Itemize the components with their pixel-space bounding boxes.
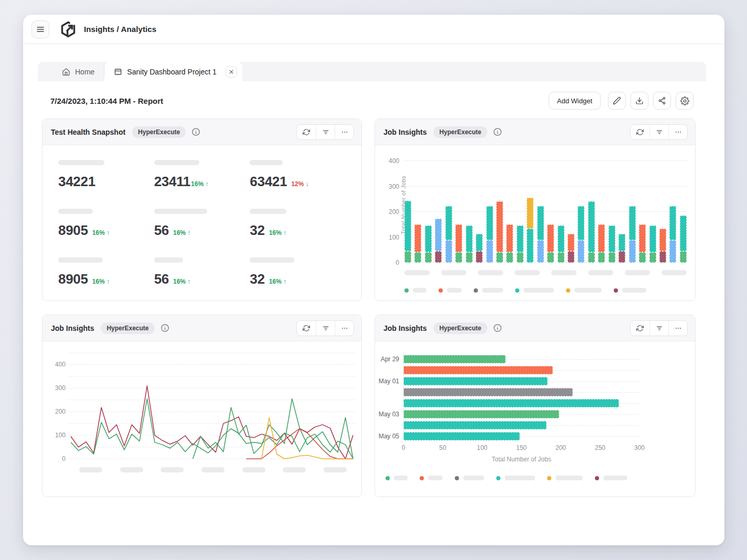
- more-options-button[interactable]: [668, 321, 687, 336]
- filter-button[interactable]: [649, 125, 668, 139]
- refresh-button[interactable]: [631, 125, 649, 139]
- bar-segment: [496, 252, 503, 263]
- x-skeleton-pill: [161, 467, 184, 472]
- info-icon[interactable]: [191, 127, 200, 136]
- bar-column: [435, 219, 442, 263]
- bar-segment: [588, 201, 595, 252]
- filter-button[interactable]: [649, 321, 668, 336]
- x-tick-label: 0: [402, 444, 405, 451]
- tab-sanity-dashboard[interactable]: Sanity Dashboard Project 1: [104, 62, 242, 81]
- gridline: [404, 186, 687, 187]
- ellipsis-icon: [675, 128, 682, 136]
- legend-item[interactable]: [614, 288, 646, 293]
- legend-item[interactable]: [455, 476, 484, 480]
- bar-segment: [639, 252, 646, 263]
- stat-delta: 12% ↓: [291, 180, 308, 188]
- bar-segment: [455, 224, 462, 252]
- refresh-button[interactable]: [297, 125, 316, 139]
- stat-label-skeleton: [58, 160, 104, 165]
- legend-item[interactable]: [439, 288, 462, 293]
- x-tick-label: 300: [634, 444, 645, 451]
- y-tick-label: 200: [49, 408, 66, 415]
- edit-button[interactable]: [608, 92, 626, 110]
- tab-home[interactable]: Home: [52, 62, 104, 81]
- bar-segment: [425, 252, 432, 263]
- hbar-plot: Apr 29May 01May 03May 050501001502002503…: [375, 341, 695, 497]
- info-icon[interactable]: [161, 324, 169, 332]
- bar-segment: [414, 224, 421, 252]
- x-skeleton-pill: [283, 467, 306, 472]
- stat-row: 6342112% ↓: [250, 174, 346, 190]
- stat-value: 32: [250, 222, 264, 239]
- bar-segment: [649, 252, 656, 263]
- more-options-button[interactable]: [335, 321, 354, 336]
- bar-column: [649, 225, 656, 263]
- y-tick-label: 400: [49, 361, 66, 368]
- card-job-insights-line: Job Insights HyperExecute 0100200300400: [42, 315, 362, 497]
- more-options-button[interactable]: [335, 125, 354, 139]
- legend-item[interactable]: [595, 476, 627, 480]
- info-icon[interactable]: [493, 324, 502, 332]
- bar-segment: [618, 251, 625, 263]
- tab-close-button[interactable]: [226, 66, 237, 78]
- stat-row: 34221: [58, 174, 154, 190]
- hbar-bar: [403, 355, 506, 363]
- hamburger-menu-button[interactable]: [31, 20, 49, 38]
- line-chart-svg: [69, 351, 355, 461]
- bar-segment: [466, 252, 473, 263]
- legend-dot: [595, 476, 599, 480]
- download-button[interactable]: [631, 92, 648, 110]
- bar-segment: [558, 225, 564, 252]
- x-tick-label: 150: [516, 444, 527, 451]
- bar-column: [639, 224, 646, 263]
- stat-cell: 3216% ↑: [250, 204, 346, 253]
- share-button[interactable]: [653, 92, 671, 110]
- more-options-button[interactable]: [668, 125, 687, 139]
- stat-label-skeleton: [250, 160, 283, 165]
- hyperexecute-badge: HyperExecute: [132, 126, 186, 138]
- stat-delta: 16% ↑: [173, 229, 190, 236]
- bar-column: [558, 225, 564, 263]
- legend-dot: [515, 288, 519, 293]
- stat-value: 8905: [58, 271, 88, 287]
- filter-button[interactable]: [316, 321, 335, 336]
- filter-button[interactable]: [316, 125, 335, 139]
- bar-column: [568, 234, 574, 263]
- legend-item[interactable]: [496, 476, 535, 480]
- hyperexecute-badge: HyperExecute: [433, 322, 487, 334]
- stat-delta: 16% ↑: [269, 278, 286, 285]
- x-skeleton-pill: [478, 270, 503, 275]
- bar-segment: [578, 240, 584, 263]
- legend-item[interactable]: [386, 476, 408, 480]
- card-actions: [296, 320, 354, 336]
- stat-cell: 2341116% ↑: [154, 156, 250, 204]
- x-skeleton-pill: [242, 467, 265, 472]
- gear-icon: [680, 96, 689, 105]
- x-skeleton-pill: [625, 270, 650, 275]
- legend-dot: [547, 476, 551, 480]
- legend-item[interactable]: [566, 288, 602, 293]
- app-logo-icon: [60, 21, 77, 38]
- y-tick-label: 300: [49, 384, 66, 392]
- home-icon: [62, 68, 70, 76]
- card-header: Job Insights HyperExecute: [375, 315, 695, 341]
- legend-item[interactable]: [404, 288, 426, 293]
- hbar-row-label: May 03: [375, 411, 399, 418]
- legend-item[interactable]: [547, 476, 583, 480]
- bar-segment: [466, 225, 473, 252]
- refresh-button[interactable]: [631, 321, 649, 336]
- legend-item[interactable]: [420, 476, 443, 480]
- refresh-button[interactable]: [297, 321, 316, 336]
- page-background: Insights / Analytics Home Sanity Dashboa…: [0, 0, 747, 560]
- legend-item[interactable]: [474, 288, 503, 293]
- x-skeleton-pill: [404, 270, 430, 275]
- legend-item[interactable]: [515, 288, 554, 293]
- tab-active-label: Sanity Dashboard Project 1: [127, 68, 216, 76]
- line-chart-body: 0100200300400: [42, 341, 361, 497]
- bar-column: [629, 206, 636, 263]
- info-icon[interactable]: [493, 127, 502, 136]
- add-widget-button[interactable]: Add Widget: [549, 92, 601, 110]
- stat-label-skeleton: [154, 209, 207, 214]
- settings-button[interactable]: [676, 92, 693, 110]
- x-axis-title: Total Number of Jobs: [492, 456, 551, 463]
